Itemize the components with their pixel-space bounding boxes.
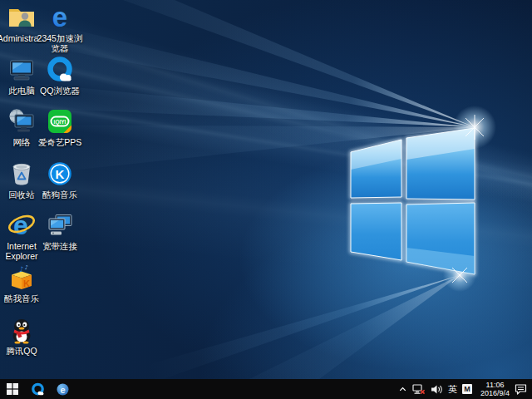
network-disconnected-icon [412, 384, 426, 395]
action-center-icon [515, 384, 527, 395]
iqiyi-icon: iQIYI [46, 107, 74, 135]
desktop-icon-qq-browser[interactable]: QQ浏览器 [35, 56, 85, 96]
action-center-button[interactable] [515, 384, 527, 395]
taskbar: e 英 M [0, 379, 532, 399]
tray-ime-language[interactable]: 英 [448, 385, 457, 394]
desktop-icon-kugou-music[interactable]: K 酷狗音乐 [35, 160, 85, 200]
desktop-icon-iqiyi-pps[interactable]: iQIYI 爱奇艺PPS [35, 107, 85, 147]
kugou-music-icon: K [46, 160, 74, 188]
start-button[interactable] [0, 379, 25, 399]
icon-label: 2345加速浏览器 [35, 33, 85, 53]
svg-text:K: K [56, 167, 65, 181]
desktop-icons: Administra... 此电脑 网络 回收站 [0, 0, 532, 379]
speaker-icon [431, 384, 443, 395]
tray-network-status[interactable] [412, 384, 426, 395]
icon-label: 酷我音乐 [0, 293, 47, 303]
tray-volume[interactable] [431, 384, 443, 395]
svg-text:iQIYI: iQIYI [54, 119, 66, 126]
kuwo-music-box-icon: K ♪ ♪ [7, 264, 36, 292]
internet-explorer-icon: e [7, 211, 36, 239]
broadband-connection-icon [46, 211, 74, 239]
ime-mode-badge: M [462, 384, 472, 394]
svg-text:♪: ♪ [25, 264, 28, 271]
clock-time: 11:06 [486, 381, 505, 389]
svg-text:♪: ♪ [19, 265, 24, 273]
desktop-icon-broadband[interactable]: 宽带连接 [35, 211, 85, 251]
taskbar-qq-browser-button[interactable] [25, 379, 50, 399]
2345-browser-icon: e [56, 382, 70, 397]
system-tray: 英 M 11:06 2016/9/4 [398, 379, 532, 399]
icon-label: 宽带连接 [35, 241, 85, 251]
clock-date: 2016/9/4 [480, 389, 510, 397]
desktop-icon-tencent-qq[interactable]: 腾讯QQ [0, 316, 47, 356]
qq-penguin-icon [7, 316, 36, 344]
taskbar-2345-browser-button[interactable]: e [50, 379, 75, 399]
svg-text:e: e [60, 384, 65, 394]
tray-clock[interactable]: 11:06 2016/9/4 [480, 381, 510, 397]
2345-browser-e-icon: e [46, 3, 74, 32]
svg-text:e: e [52, 3, 67, 32]
icon-label: 酷狗音乐 [35, 190, 85, 200]
desktop-icon-2345-browser[interactable]: e 2345加速浏览器 [35, 3, 85, 53]
computer-icon [7, 56, 36, 84]
recycle-bin-icon [7, 160, 36, 188]
svg-text:K: K [23, 278, 30, 288]
network-globe-icon [7, 107, 36, 135]
icon-label: 腾讯QQ [0, 346, 47, 356]
desktop-icon-kuwo-music[interactable]: K ♪ ♪ 酷我音乐 [0, 264, 47, 303]
qq-browser-icon [31, 382, 45, 397]
user-folder-icon [7, 3, 36, 32]
icon-label: QQ浏览器 [35, 86, 85, 96]
qq-browser-icon [46, 56, 74, 84]
windows-start-icon [7, 383, 18, 395]
chevron-up-icon [398, 385, 407, 394]
tray-show-hidden-icons-button[interactable] [398, 385, 407, 394]
icon-label: 爱奇艺PPS [35, 137, 85, 147]
tray-ime-mode[interactable]: M [462, 384, 472, 394]
